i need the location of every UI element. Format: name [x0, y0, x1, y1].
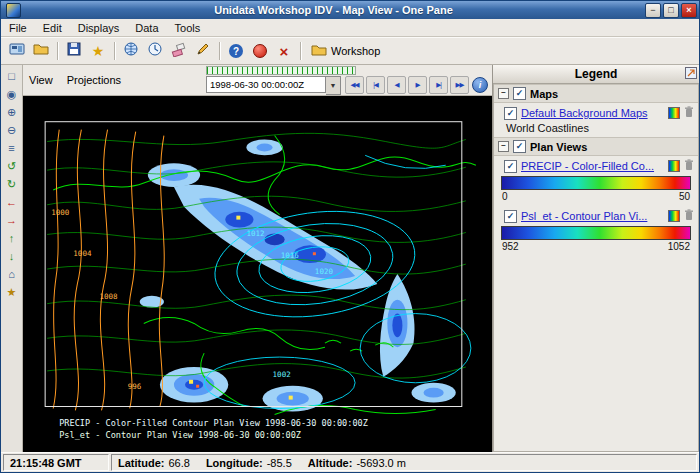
toolbar-separator	[300, 42, 301, 60]
step-forward-fast-button[interactable]: ▶▶	[450, 76, 469, 94]
remove-display-icon[interactable]	[684, 209, 694, 223]
step-back-button[interactable]: ◀	[387, 76, 406, 94]
zoom-out-icon[interactable]: ⊖	[3, 122, 20, 138]
maximize-icon[interactable]: □	[663, 3, 679, 18]
menu-displays[interactable]: Displays	[70, 21, 128, 35]
psl-range: 952 1052	[494, 241, 698, 256]
capture-button[interactable]	[249, 40, 271, 62]
svg-text:1008: 1008	[99, 292, 118, 301]
go-to-start-button[interactable]: |◀	[366, 76, 385, 94]
go-to-end-button[interactable]: ▶|	[429, 76, 448, 94]
map-graphic: 1004 1008 1000 996 1012 1016 1020 1002 P…	[23, 96, 492, 452]
color-palette-icon[interactable]	[668, 107, 680, 119]
color-palette-icon[interactable]	[668, 210, 680, 222]
erase-button[interactable]	[168, 40, 190, 62]
toolbar-separator	[114, 42, 115, 60]
save-bundle-button[interactable]	[63, 40, 85, 62]
color-palette-icon[interactable]	[668, 160, 680, 172]
pan-down-icon[interactable]: ↓	[3, 248, 20, 264]
precip-row: ✓ PRECIP - Color-Filled Co...	[494, 156, 698, 174]
workshop-label: Workshop	[331, 45, 380, 57]
close-icon[interactable]: ×	[681, 3, 697, 18]
help-button[interactable]: ?	[225, 40, 247, 62]
precip-checkbox[interactable]: ✓	[504, 160, 517, 173]
precip-display-link[interactable]: PRECIP - Color-Filled Co...	[521, 160, 664, 172]
clock-button[interactable]	[144, 40, 166, 62]
globe-button[interactable]	[120, 40, 142, 62]
dashboard-button[interactable]	[6, 40, 28, 62]
window-title: Unidata Workshop IDV - Map View - One Pa…	[24, 4, 643, 16]
menu-file[interactable]: File	[1, 21, 35, 35]
float-legend-icon[interactable]	[685, 67, 697, 82]
map-topbar: View Projections 1998-06-30 00:00:00Z ▼ …	[23, 65, 492, 96]
remove-displays-button[interactable]: ×	[273, 40, 295, 62]
default-background-maps-link[interactable]: Default Background Maps	[521, 107, 664, 119]
bookmark-icon[interactable]: ★	[3, 284, 20, 300]
psl-range-max: 1052	[668, 241, 690, 252]
psl-colorbar[interactable]	[501, 226, 691, 240]
toolbar-separator	[57, 42, 58, 60]
animation-widget: 1998-06-30 00:00:00Z ▼ ◀◀ |◀ ◀ ▶ ▶| ▶▶ i	[206, 66, 488, 95]
app-icon	[6, 3, 21, 18]
favorites-star-icon: ★	[92, 43, 105, 59]
home-view-icon[interactable]: ⌂	[3, 266, 20, 282]
time-combobox[interactable]: 1998-06-30 00:00:00Z ▼	[206, 76, 341, 95]
legend-panel: Legend − ✓ Maps ✓ Default Background Map…	[492, 65, 699, 452]
menu-data[interactable]: Data	[127, 21, 166, 35]
select-icon[interactable]: □	[3, 68, 20, 84]
rotate-right-icon[interactable]: ↻	[3, 176, 20, 192]
main-area: □ ◉ ⊕ ⊖ ≡ ↺ ↻ ← → ↑ ↓ ⌂ ★ View Projectio…	[1, 65, 699, 452]
rotate-left-icon[interactable]: ↺	[3, 158, 20, 174]
play-button[interactable]: ▶	[408, 76, 427, 94]
clock-icon	[147, 41, 163, 61]
precip-colorbar[interactable]	[501, 176, 691, 190]
menu-projections[interactable]: Projections	[67, 74, 121, 86]
step-back-fast-button[interactable]: ◀◀	[345, 76, 364, 94]
time-value[interactable]: 1998-06-30 00:00:00Z	[206, 76, 326, 93]
collapse-icon[interactable]: −	[498, 141, 509, 152]
pan-right-icon[interactable]: →	[3, 212, 20, 228]
zoom-in-icon[interactable]: ⊕	[3, 104, 20, 120]
maps-visibility-checkbox[interactable]: ✓	[513, 87, 526, 100]
plan-views-visibility-checkbox[interactable]: ✓	[513, 140, 526, 153]
psl-row: ✓ Psl_et - Contour Plan Vi...	[494, 206, 698, 224]
pan-up-icon[interactable]: ↑	[3, 230, 20, 246]
workshop-folder-icon	[311, 42, 327, 60]
world-coastlines-label: World Coastlines	[494, 121, 698, 137]
svg-text:996: 996	[128, 382, 142, 391]
psl-annotation: Psl_et - Contour Plan View 1998-06-30 00…	[59, 430, 301, 440]
favorites-button[interactable]: ★	[87, 40, 109, 62]
menu-tools[interactable]: Tools	[167, 21, 209, 35]
altitude-value: -5693.0 m	[356, 457, 406, 469]
open-bundle-button[interactable]	[30, 40, 52, 62]
plan-views-section-label: Plan Views	[530, 141, 587, 153]
red-x-icon: ×	[280, 43, 289, 60]
chevron-down-icon[interactable]: ▼	[326, 76, 341, 95]
edit-button[interactable]	[192, 40, 214, 62]
longitude-value: -85.5	[267, 457, 292, 469]
svg-text:1012: 1012	[246, 229, 264, 238]
title-bar[interactable]: Unidata Workshop IDV - Map View - One Pa…	[1, 1, 699, 19]
precip-range: 0 50	[494, 191, 698, 206]
collapse-icon[interactable]: −	[498, 88, 509, 99]
focus-icon[interactable]: ◉	[3, 86, 20, 102]
map-panel: View Projections 1998-06-30 00:00:00Z ▼ …	[23, 65, 492, 452]
clock-readout: 21:15:48 GMT	[3, 454, 109, 471]
default-maps-checkbox[interactable]: ✓	[504, 107, 517, 120]
animation-properties-icon[interactable]: i	[472, 77, 488, 93]
remove-display-icon[interactable]	[684, 159, 694, 173]
pan-left-icon[interactable]: ←	[3, 194, 20, 210]
psl-checkbox[interactable]: ✓	[504, 210, 517, 223]
globe-icon	[123, 41, 139, 61]
workshop-button[interactable]: Workshop	[311, 42, 380, 60]
remove-display-icon[interactable]	[684, 106, 694, 120]
app-window: Unidata Workshop IDV - Map View - One Pa…	[0, 0, 700, 473]
menu-view[interactable]: View	[29, 74, 53, 86]
layers-icon[interactable]: ≡	[3, 140, 20, 156]
psl-display-link[interactable]: Psl_et - Contour Plan Vi...	[521, 210, 664, 222]
menu-edit[interactable]: Edit	[35, 21, 70, 35]
map-view[interactable]: 1004 1008 1000 996 1012 1016 1020 1002 P…	[23, 96, 492, 452]
svg-text:1016: 1016	[281, 251, 300, 260]
time-ticks-strip[interactable]	[206, 66, 356, 75]
minimize-icon[interactable]: −	[645, 3, 661, 18]
